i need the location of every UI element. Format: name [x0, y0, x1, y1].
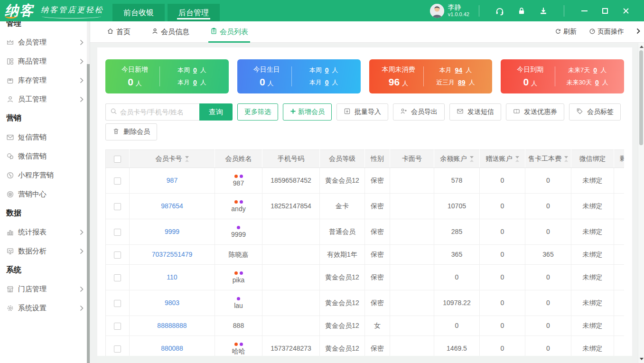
download-icon[interactable]: [538, 6, 549, 16]
sidebar-item-staff-mgmt[interactable]: 员工管理: [0, 90, 90, 109]
tab-member-info[interactable]: 会员信息: [151, 21, 189, 43]
row-checkbox[interactable]: [114, 323, 121, 330]
tab-home[interactable]: 首页: [107, 21, 131, 43]
member-tag-dots: [217, 296, 260, 300]
detail-label: 近三月: [436, 78, 455, 87]
row-checkbox[interactable]: [114, 251, 121, 259]
row-checkbox[interactable]: [114, 229, 121, 236]
cell-phone: [262, 290, 320, 316]
member-table-wrap: 会员卡号会员姓名手机号码会员等级性别卡面号余额账户赠送账户售卡工本费微信绑定剩余…: [105, 149, 624, 356]
member-export-icon: [400, 108, 407, 116]
scroll-down-arrow-icon[interactable]: [640, 358, 644, 360]
delete-member-button[interactable]: 删除会员: [105, 123, 157, 140]
cell-card_fee: 365: [525, 245, 571, 265]
sidebar-item-marketing-center[interactable]: 营销中心: [0, 185, 90, 204]
detail-value[interactable]: 0: [593, 66, 597, 74]
chevron-right-icon: [80, 248, 84, 254]
avatar[interactable]: [430, 4, 444, 18]
detail-value[interactable]: 0: [193, 79, 197, 86]
sidebar-item-stats-report[interactable]: 统计报表: [0, 223, 90, 242]
sidebar-item-inventory-mgmt[interactable]: 库存管理: [0, 71, 90, 90]
sms-envelope-icon: [6, 133, 14, 141]
nav-tab-backoffice[interactable]: 后台管理: [168, 4, 220, 21]
send-coupon-button[interactable]: 发送优惠券: [506, 103, 564, 121]
cell-points: [614, 265, 625, 290]
sidebar-item-member-mgmt[interactable]: 会员管理: [0, 33, 90, 52]
vertical-scrollbar-thumb[interactable]: [639, 50, 643, 145]
column-label: 会员姓名: [225, 155, 252, 162]
lock-icon[interactable]: [516, 6, 527, 16]
vertical-scrollbar[interactable]: [638, 43, 644, 363]
sidebar-item-label: 门店管理: [18, 285, 90, 294]
sort-icon[interactable]: [470, 156, 474, 162]
member-name: 888: [217, 321, 260, 330]
scroll-up-arrow-icon[interactable]: [640, 46, 644, 48]
refresh-button[interactable]: 刷新: [555, 28, 577, 36]
tab-member-list[interactable]: 会员列表: [210, 21, 248, 43]
member-card-link[interactable]: 88888888: [157, 322, 187, 329]
member-card-link[interactable]: 9803: [165, 299, 179, 307]
export-member-button[interactable]: 会员导出: [393, 103, 445, 121]
maximize-button[interactable]: [601, 7, 609, 15]
detail-value[interactable]: 0: [595, 79, 599, 86]
sort-icon[interactable]: [515, 156, 519, 162]
member-card-link[interactable]: 880088: [161, 344, 183, 352]
sidebar-scrollbar-thumb[interactable]: [87, 64, 90, 363]
row-checkbox[interactable]: [114, 345, 121, 353]
page-actions-button[interactable]: 页面操作: [589, 28, 624, 36]
detail-value[interactable]: 0: [325, 79, 329, 86]
customer-service-headset-icon[interactable]: [495, 6, 505, 16]
chevron-right-icon[interactable]: [636, 28, 640, 36]
sort-icon[interactable]: [185, 156, 189, 162]
search-button[interactable]: 查询: [199, 103, 233, 121]
nav-tab-cashier[interactable]: 前台收银: [112, 4, 165, 21]
detail-unit: 人: [332, 78, 338, 87]
row-checkbox[interactable]: [114, 177, 121, 185]
main-area: 首页 会员信息 会员列表 刷新: [90, 21, 644, 363]
detail-value[interactable]: 89: [458, 79, 466, 86]
member-card-link[interactable]: 110: [167, 273, 177, 281]
add-member-button[interactable]: 新增会员: [283, 103, 332, 121]
more-filter-button[interactable]: 更多筛选: [237, 103, 278, 121]
sidebar-item-store-mgmt[interactable]: 门店管理: [0, 279, 90, 298]
sidebar-item-wechat-marketing[interactable]: 微信营销: [0, 147, 90, 166]
close-button[interactable]: [622, 7, 630, 15]
member-tag-button[interactable]: 会员标签: [569, 103, 621, 121]
row-checkbox[interactable]: [114, 203, 121, 210]
detail-value[interactable]: 0: [325, 66, 329, 74]
minimize-button[interactable]: [580, 7, 588, 15]
select-all-checkbox[interactable]: [114, 156, 121, 163]
sidebar-item-sms-marketing[interactable]: 短信营销: [0, 128, 90, 147]
sidebar-item-data-analysis[interactable]: 数据分析: [0, 242, 90, 261]
member-card-link[interactable]: 987654: [161, 202, 183, 210]
member-card-link[interactable]: 987: [167, 177, 177, 184]
cell-card_face: [390, 316, 434, 336]
horizontal-scrollbar-track[interactable]: [97, 356, 632, 363]
column-header-level: 会员等级: [320, 150, 365, 168]
member-card-link[interactable]: 9999: [165, 228, 179, 235]
row-checkbox[interactable]: [114, 300, 121, 307]
member-card-link[interactable]: 70372551479: [152, 251, 193, 258]
sidebar-item-system-settings[interactable]: 系统设置: [0, 298, 90, 317]
cell-checkbox: [106, 265, 130, 290]
sidebar-item-goods-mgmt[interactable]: 商品管理: [0, 52, 90, 71]
search-input[interactable]: [120, 108, 194, 116]
sort-icon[interactable]: [564, 156, 568, 162]
detail-value[interactable]: 94: [455, 66, 463, 74]
detail-value[interactable]: 0: [193, 66, 197, 74]
stat-unit: 人: [136, 80, 142, 87]
batch-import-button[interactable]: 批量导入: [336, 103, 388, 121]
member-tag-dots: [217, 224, 260, 229]
cell-card_fee: 0: [525, 336, 571, 356]
stat-value: 0: [128, 76, 133, 87]
cell-points: [614, 336, 625, 356]
page-tabbar: 首页 会员信息 会员列表 刷新: [90, 21, 644, 43]
cell-phone: [262, 265, 320, 290]
user-info[interactable]: 李静 v1.0.0.42: [448, 3, 469, 18]
sidebar-item-miniprogram-marketing[interactable]: 小程序营销: [0, 166, 90, 185]
row-checkbox[interactable]: [114, 274, 121, 281]
tab-label: 会员信息: [161, 28, 189, 37]
send-sms-button[interactable]: 发送短信: [449, 103, 501, 121]
detail-unit: 人: [200, 78, 206, 87]
column-label: 会员卡号: [156, 155, 182, 162]
